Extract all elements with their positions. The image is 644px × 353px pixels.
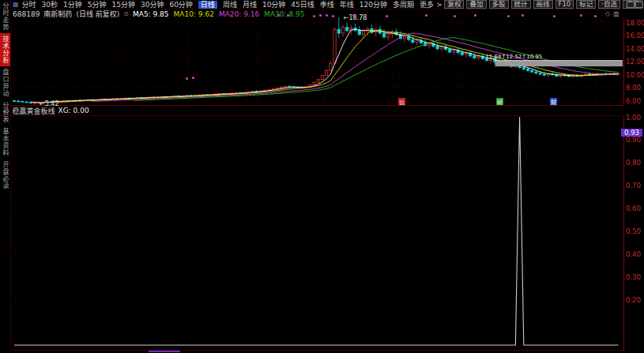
sidebar-tab[interactable]: 技术分析 bbox=[0, 33, 10, 66]
period-tab[interactable]: 120分钟 bbox=[360, 1, 387, 9]
drawn-band bbox=[495, 61, 623, 66]
indicator-value: XG: 0.00 bbox=[58, 107, 89, 115]
candlestick-chart[interactable]: ←18.78←5.4211.68↑12.52↑10.95公研财 bbox=[10, 18, 623, 105]
indicator-tick-label: 1.00 bbox=[626, 114, 644, 122]
indicator-chart[interactable] bbox=[10, 116, 623, 351]
sidebar-tab[interactable]: 盘口异动 bbox=[0, 66, 10, 100]
period-tab[interactable]: 45日线 bbox=[291, 1, 314, 9]
sidebar: 分时走势技术分析盘口异动分价表基本资料开盘必读 bbox=[0, 0, 11, 353]
toolbar-button[interactable]: 画线 bbox=[533, 0, 553, 9]
sidebar-tab[interactable]: 分时走势 bbox=[0, 0, 10, 33]
period-tab[interactable]: 分时 bbox=[22, 1, 36, 9]
indicator-tick-label: 0.70 bbox=[626, 182, 644, 190]
period-tab[interactable]: 15分钟 bbox=[112, 1, 135, 9]
toolbar-button[interactable]: ·自选 bbox=[598, 0, 620, 9]
candle-body bbox=[535, 72, 537, 73]
signal-dot bbox=[474, 14, 476, 17]
candle-body bbox=[477, 56, 480, 58]
toolbar-button[interactable]: 多股 bbox=[489, 0, 509, 9]
layout-grid-icon[interactable]: ▦ bbox=[13, 1, 19, 9]
sidebar-tab[interactable]: 基本资料 bbox=[0, 126, 10, 159]
price-tick-label: 8.00 bbox=[626, 84, 644, 92]
gear-icon[interactable]: ⊙ bbox=[3, 107, 9, 115]
signal-dot bbox=[332, 15, 334, 17]
price-tick-label: 10.00 bbox=[626, 71, 644, 79]
indicator-header: ⊙ 稳赢黄金板线 XG: 0.00 bbox=[0, 106, 626, 116]
period-tab[interactable]: 多周期 bbox=[393, 1, 414, 9]
candle-body bbox=[33, 103, 36, 103]
chart-corner-icons: ◇ ▥ bbox=[605, 10, 620, 17]
candle-body bbox=[272, 88, 274, 89]
price-tick-label: 16.00 bbox=[626, 32, 644, 39]
candle-body bbox=[333, 29, 336, 63]
period-tab[interactable]: 30秒 bbox=[42, 1, 58, 9]
candle-body bbox=[412, 39, 414, 42]
diamond-marker-icon[interactable]: ◇ bbox=[605, 10, 610, 17]
stock-name[interactable]: 南新制药 bbox=[43, 9, 72, 19]
candle-body bbox=[330, 63, 332, 70]
period-tab[interactable]: 季线 bbox=[320, 1, 334, 9]
candle-body bbox=[531, 70, 533, 72]
signal-dot bbox=[553, 15, 555, 17]
signal-dot bbox=[386, 15, 388, 17]
window-restore-icon[interactable] bbox=[627, 2, 635, 8]
candle-body bbox=[428, 43, 431, 45]
ma-line bbox=[92, 33, 619, 101]
app-window: 分时走势技术分析盘口异动分价表基本资料开盘必读 ▦ 分时30秒1分钟5分钟15分… bbox=[0, 0, 644, 353]
candle-body bbox=[326, 70, 328, 75]
toolbar-button[interactable]: F10 bbox=[555, 0, 574, 9]
indicator-tick-label: 0.30 bbox=[626, 273, 644, 281]
candle-body bbox=[358, 30, 360, 35]
event-badge-char: 研 bbox=[497, 100, 503, 106]
window-menu-icon[interactable] bbox=[635, 2, 643, 8]
period-tab[interactable]: 60分钟 bbox=[169, 1, 192, 9]
signal-dot bbox=[352, 14, 355, 17]
indicator-tick-label: 0.50 bbox=[626, 227, 644, 235]
candle-body bbox=[337, 29, 340, 33]
toolbar: 复权叠加多股统计画线F10标记·自选返回 bbox=[444, 0, 644, 9]
candle-body bbox=[440, 47, 443, 48]
period-tab[interactable]: 30分钟 bbox=[141, 1, 164, 9]
ma-value-label: MA30: 8.95 bbox=[264, 10, 304, 18]
toolbar-button[interactable]: 叠加 bbox=[466, 0, 486, 9]
ma-value-label: MA20: 9.16 bbox=[219, 10, 259, 18]
signal-dot bbox=[319, 14, 322, 17]
period-tab[interactable]: 1分钟 bbox=[63, 1, 82, 9]
period-tab[interactable]: 周线 bbox=[223, 1, 237, 9]
period-tab[interactable]: 年线 bbox=[340, 1, 354, 9]
price-notes-annotation: 11.68↑12.52↑10.95 bbox=[485, 54, 542, 60]
period-tab[interactable]: 月线 bbox=[243, 1, 257, 9]
toolbar-button[interactable]: 复权 bbox=[444, 0, 464, 9]
period-tab[interactable]: 日线 bbox=[198, 1, 217, 9]
candle-body bbox=[346, 28, 348, 31]
signal-dot bbox=[594, 15, 597, 17]
signal-dot bbox=[507, 15, 510, 17]
indicator-settings-icon[interactable]: ⊙ bbox=[123, 10, 129, 17]
candle-body bbox=[280, 87, 282, 88]
signal-dot bbox=[313, 15, 315, 17]
candle-body bbox=[382, 33, 385, 37]
toolbar-button[interactable]: 标记 bbox=[576, 0, 596, 9]
sidebar-tab[interactable]: 开盘必读 bbox=[0, 159, 10, 192]
stock-info-bar: 688189 南新制药 (日线 前复权) ⊙ MA5: 9.85MA10: 9.… bbox=[13, 9, 310, 18]
ma-line bbox=[134, 38, 619, 101]
price-tick-label: 14.00 bbox=[626, 45, 644, 53]
indicator-name[interactable]: 稳赢黄金板线 bbox=[13, 106, 55, 116]
candle-body bbox=[362, 31, 364, 35]
period-tab[interactable]: 5分钟 bbox=[88, 1, 107, 9]
candle-body bbox=[465, 54, 467, 55]
signal-dot bbox=[522, 14, 524, 17]
split-view-icon[interactable]: ▥ bbox=[613, 10, 620, 17]
period-tab[interactable]: 10分钟 bbox=[262, 1, 285, 9]
indicator-tick-label: 0.80 bbox=[626, 159, 644, 167]
toolbar-button[interactable]: 统计 bbox=[511, 0, 531, 9]
candle-body bbox=[543, 74, 545, 75]
signal-dot bbox=[580, 14, 582, 17]
candle-body bbox=[522, 68, 525, 69]
candle-body bbox=[584, 74, 586, 75]
price-tick-label: 6.00 bbox=[626, 97, 644, 105]
indicator-current-value-badge: 0.93 bbox=[621, 129, 642, 137]
candle-body bbox=[321, 76, 323, 80]
period-tab[interactable]: 更多 > bbox=[420, 1, 442, 9]
candle-body bbox=[473, 56, 476, 58]
